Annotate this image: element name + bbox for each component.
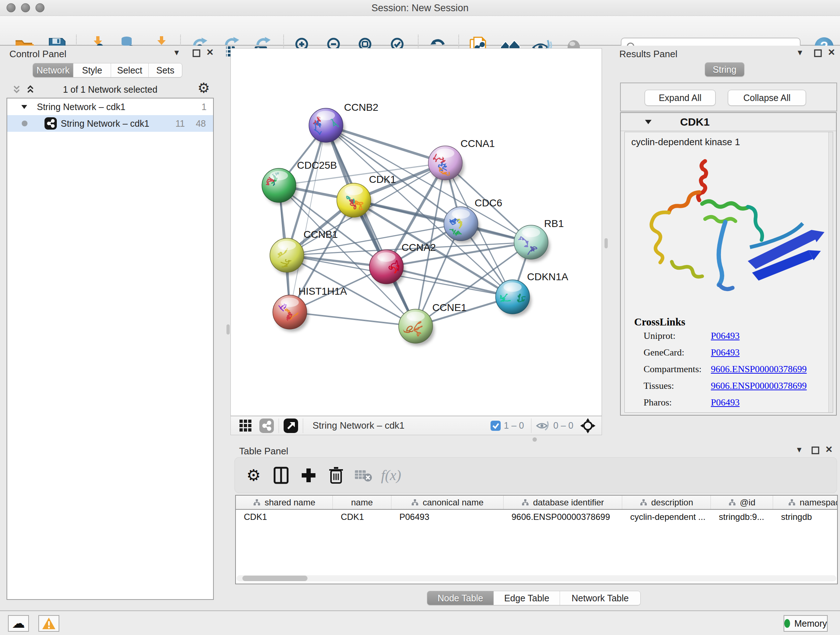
column-header-database-identifier[interactable]: database identifier: [504, 496, 622, 509]
add-column-button[interactable]: [295, 467, 322, 484]
right-splitter[interactable]: [602, 46, 611, 443]
close-panel-icon[interactable]: ✕: [206, 47, 214, 57]
detach-view-icon[interactable]: [283, 418, 298, 433]
column-label: namespace: [799, 497, 838, 508]
crosslink-label: GeneCard:: [644, 347, 684, 358]
crosslink-link[interactable]: P06493: [711, 397, 739, 408]
tab-sets[interactable]: Sets: [149, 63, 182, 77]
collapse-panel-icon[interactable]: ▾: [797, 444, 802, 455]
collapse-panel-icon[interactable]: ▾: [798, 47, 802, 57]
collection-label: String Network – cdk1: [37, 102, 126, 112]
results-scrollbar[interactable]: [829, 132, 833, 412]
column-header--id[interactable]: @id: [711, 496, 773, 509]
network-edge[interactable]: [290, 125, 326, 312]
section-collapse-icon[interactable]: [644, 118, 653, 126]
tab-network[interactable]: Network: [33, 63, 73, 77]
crosslink-row: Pharos:P06493: [625, 397, 827, 414]
network-canvas[interactable]: CCNB2CCNA1CDC25BCDK1CDC6RB1CCNB1CCNA2HIS…: [231, 48, 602, 416]
node-label: CDKN1A: [527, 271, 568, 282]
table-panel: Table Panel ▾ ✕ ⚙: [231, 443, 840, 610]
network-graph[interactable]: CCNB2CCNA1CDC25BCDK1CDC6RB1CCNB1CCNA2HIS…: [231, 49, 602, 416]
column-header-description[interactable]: description: [622, 496, 711, 509]
column-header-canonical-name[interactable]: canonical name: [392, 496, 504, 509]
results-tab-bar: String: [705, 62, 745, 77]
table-cell[interactable]: CDK1: [236, 510, 333, 524]
column-label: @id: [740, 497, 755, 508]
column-header-namespace[interactable]: namespace: [773, 496, 838, 509]
right-splitter-handle[interactable]: [605, 238, 608, 249]
cytoscape-window: Session: New Session: [0, 0, 840, 635]
network-node-RB1[interactable]: RB1: [514, 218, 564, 262]
tab-network-table[interactable]: Network Table: [560, 591, 640, 605]
table-hscrollbar-thumb[interactable]: [242, 576, 308, 581]
crosslink-link[interactable]: 9606.ENSP00000378699: [711, 380, 807, 391]
main-toolbar: ?: [0, 16, 840, 46]
left-splitter[interactable]: [226, 46, 231, 610]
table-cell[interactable]: stringdb: [773, 510, 838, 524]
function-builder-button[interactable]: f(x): [377, 467, 405, 484]
tree-expand-icon[interactable]: [20, 103, 28, 111]
warnings-button[interactable]: [38, 615, 59, 632]
network-node-CDKN1A[interactable]: CDKN1A: [496, 271, 568, 317]
gene-section-header[interactable]: CDK1: [621, 113, 836, 131]
column-model-icon: [411, 499, 419, 506]
node-label: CCNE1: [432, 302, 467, 313]
delete-column-button[interactable]: [322, 466, 350, 485]
table-cell[interactable]: stringdb:9...: [711, 510, 773, 524]
network-edge[interactable]: [290, 312, 416, 326]
column-header-shared-name[interactable]: shared name: [236, 496, 333, 509]
tab-edge-table[interactable]: Edge Table: [494, 591, 560, 605]
crosslink-label: Compartments:: [644, 364, 701, 375]
crosslink-link[interactable]: 9606.ENSP00000378699: [711, 364, 807, 375]
collapse-all-button[interactable]: Collapse All: [728, 90, 806, 106]
tab-style[interactable]: Style: [73, 63, 111, 77]
memory-label: Memory: [794, 618, 827, 629]
columns-icon: [273, 466, 289, 485]
table-hscrollbar[interactable]: [237, 575, 836, 581]
delete-table-button[interactable]: [350, 468, 377, 483]
float-panel-icon[interactable]: [193, 49, 201, 57]
table-settings-button[interactable]: ⚙: [240, 467, 267, 483]
table-cell[interactable]: CDK1: [333, 510, 392, 524]
crosslink-link[interactable]: P06493: [711, 331, 739, 341]
fit-selected-crosshair-icon[interactable]: [580, 418, 596, 434]
expand-all-button[interactable]: Expand All: [645, 90, 715, 106]
tab-select[interactable]: Select: [111, 63, 149, 77]
selected-checkbox-icon[interactable]: [490, 420, 501, 431]
gear-icon: ⚙: [246, 467, 261, 483]
network-options-gear-icon[interactable]: ⚙: [197, 81, 210, 95]
collapse-panel-icon[interactable]: ▾: [174, 47, 179, 57]
close-panel-icon[interactable]: ✕: [828, 47, 835, 57]
network-node-CCNA1[interactable]: CCNA1: [428, 138, 495, 182]
table-cell[interactable]: P06493: [392, 510, 504, 524]
memory-button[interactable]: Memory: [783, 615, 828, 632]
close-panel-icon[interactable]: ✕: [825, 444, 833, 455]
tab-node-table[interactable]: Node Table: [427, 591, 494, 605]
table-toolbar: ⚙: [234, 457, 837, 493]
left-splitter-handle[interactable]: [226, 325, 230, 334]
network-view-title: String Network – cdk1: [313, 420, 404, 431]
table-header-row: shared namenamecanonical namedatabase id…: [236, 496, 837, 510]
tab-string[interactable]: String: [705, 63, 744, 76]
cloud-status-button[interactable]: ☁: [8, 615, 29, 632]
node-label: CDK1: [369, 174, 396, 185]
grid-view-icon[interactable]: [239, 419, 253, 432]
network-row-selected[interactable]: String Network – cdk1 11 48: [7, 115, 213, 132]
table-cell[interactable]: cyclin-dependent ...: [622, 510, 711, 524]
control-panel-title: Control Panel: [9, 49, 66, 60]
network-node-HIST1H1A[interactable]: HIST1H1A: [270, 286, 347, 332]
cloud-icon: ☁: [12, 617, 25, 630]
column-header-name[interactable]: name: [333, 496, 392, 509]
crosslinks-title: CrossLinks: [634, 316, 685, 328]
node-table: shared namenamecanonical namedatabase id…: [235, 495, 838, 584]
crosslink-link[interactable]: P06493: [711, 347, 739, 358]
column-label: shared name: [264, 497, 315, 508]
splitter-handle[interactable]: [532, 437, 537, 442]
table-cell[interactable]: 9606.ENSP00000378699: [504, 510, 622, 524]
float-panel-icon[interactable]: [814, 49, 822, 57]
table-row[interactable]: CDK1CDK1P064939606.ENSP00000378699cyclin…: [236, 510, 837, 524]
birdseye-share-icon[interactable]: [259, 418, 274, 433]
show-columns-button[interactable]: [267, 466, 295, 485]
network-collection-row[interactable]: String Network – cdk1 1: [7, 98, 213, 115]
float-panel-icon[interactable]: [812, 447, 819, 454]
